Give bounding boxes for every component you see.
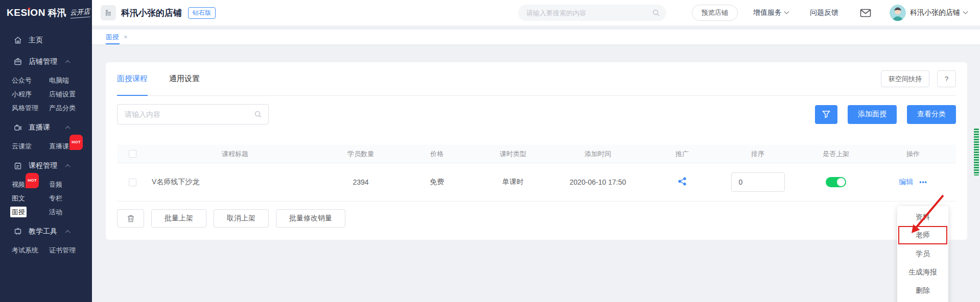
topbar: 科汛小张的店铺 钻石版 预览店铺 增值服务 问题反馈: [92, 0, 980, 26]
sidebar-item-tuwen[interactable]: 图文: [10, 191, 27, 205]
hot-badge: HOT: [69, 135, 83, 150]
sidebar: KESION 科汛 云开店 主页 店铺管理 公众号 电脑端 小程序 店铺设置 风…: [0, 0, 92, 302]
course-title-cell: V名师线下沙龙: [148, 178, 322, 187]
batch-unshelve-button[interactable]: 取消上架: [214, 209, 269, 228]
brand-logo: KESION 科汛 云开店: [0, 0, 92, 26]
table-search: [117, 104, 269, 124]
filter-button[interactable]: [815, 105, 837, 124]
sidebar-item-dianpushezhi[interactable]: 店铺设置: [48, 87, 77, 101]
context-menu-item-ziliao[interactable]: 资料: [897, 208, 948, 226]
sidebar-group-label: 教学工具: [29, 227, 57, 236]
price-cell: 免费: [399, 178, 475, 187]
account-name: 科汛小张的店铺: [910, 8, 960, 17]
sidebar-item-xiaochengxu[interactable]: 小程序: [10, 87, 33, 101]
page-title-store-name: 科汛小张的店铺: [121, 7, 182, 19]
tab-mianshou-kecheng[interactable]: 面授课程: [117, 62, 148, 95]
toolbar-buttons: 添加面授 查看分类: [815, 105, 956, 124]
sidebar-submenu-live: 云课堂 直播课 HOT: [0, 139, 92, 153]
chevron-up-icon: [65, 164, 71, 169]
scrollbar-thumb[interactable]: [974, 129, 979, 175]
app-window: KESION 科汛 云开店 主页 店铺管理 公众号 电脑端 小程序 店铺设置 风…: [0, 0, 980, 302]
search-icon[interactable]: [254, 110, 262, 118]
home-icon: [14, 36, 22, 45]
sidebar-group-tools[interactable]: 教学工具: [0, 223, 92, 240]
logo-text-cn: 科汛: [48, 7, 66, 19]
sidebar-item-kaoshixitong[interactable]: 考试系统: [10, 243, 40, 257]
more-actions-button[interactable]: •••: [919, 179, 927, 186]
logo-script-text: 云开店: [69, 7, 90, 19]
search-icon[interactable]: [652, 9, 660, 17]
edit-link[interactable]: 编辑: [899, 178, 913, 187]
column-header-promote: 推广: [644, 149, 720, 159]
space-support-button[interactable]: 获空间扶持: [881, 70, 929, 87]
sidebar-item-label: 主页: [29, 36, 43, 45]
context-menu-item-shanchu[interactable]: 删除: [897, 281, 948, 299]
sidebar-item-yunketang[interactable]: 云课堂: [10, 139, 33, 153]
panel-header-buttons: 获空间扶持 ?: [881, 70, 956, 87]
view-category-button[interactable]: 查看分类: [907, 105, 956, 124]
sidebar-item-mianshou-active[interactable]: 面授: [10, 207, 27, 217]
sidebar-item-shipin[interactable]: 视频 HOT: [10, 178, 27, 191]
sidebar-group-label: 直播课: [29, 123, 50, 132]
panel-tabs: 面授课程 通用设置: [117, 62, 200, 95]
logo-text-en: KESION: [7, 7, 45, 18]
content-area: 面授课程 通用设置 获空间扶持 ?: [92, 45, 980, 301]
context-menu-item-xueyuan[interactable]: 学员: [897, 244, 948, 263]
column-header-students: 学员数量: [322, 149, 399, 159]
batch-edit-sales-button[interactable]: 批量修改销量: [276, 209, 345, 228]
column-header-on-shelf: 是否上架: [796, 149, 876, 159]
sidebar-item-yinpin[interactable]: 音频: [48, 178, 64, 191]
batch-shelve-button[interactable]: 批量上架: [151, 209, 206, 228]
easel-icon: [14, 228, 22, 236]
batch-actions: 批量上架 取消上架 批量修改销量: [117, 209, 956, 228]
global-search: [518, 5, 666, 21]
column-header-added-time: 添加时间: [551, 149, 644, 159]
sidebar-group-live[interactable]: 直播课: [0, 119, 92, 136]
plan-badge: 钻石版: [188, 7, 216, 19]
add-course-button[interactable]: 添加面授: [848, 105, 897, 124]
sidebar-item-zhiboke[interactable]: 直播课 HOT: [48, 139, 71, 153]
sidebar-group-label: 课程管理: [29, 161, 57, 170]
sidebar-group-shop[interactable]: 店铺管理: [0, 53, 92, 70]
table-row: V名师线下沙龙 2394 免费 单课时 2020-06-10 17:50: [117, 163, 956, 202]
context-menu-item-laoshi-highlighted[interactable]: 老师: [898, 226, 947, 244]
share-icon[interactable]: [678, 177, 687, 186]
sidebar-group-course[interactable]: 课程管理: [0, 157, 92, 174]
tab-tongyong-shezhi[interactable]: 通用设置: [169, 62, 200, 95]
page-tab-bar: 面授 ×: [92, 30, 980, 45]
on-shelf-toggle[interactable]: [826, 177, 846, 187]
lesson-type-cell: 单课时: [475, 178, 551, 187]
sidebar-item-zhengshuguanli[interactable]: 证书管理: [48, 243, 77, 257]
chevron-down-icon: [963, 9, 968, 14]
global-search-input[interactable]: [526, 9, 652, 17]
sidebar-item-chanpinfenlei[interactable]: 产品分类: [48, 101, 77, 115]
row-context-menu: 资料 老师 学员 生成海报 删除: [897, 206, 948, 302]
calendar-icon: [14, 162, 22, 170]
tab-mianshou[interactable]: 面授 ×: [106, 30, 128, 44]
preview-store-button[interactable]: 预览店铺: [692, 5, 738, 21]
sidebar-item-home[interactable]: 主页: [0, 32, 92, 49]
sidebar-item-diannaoduan[interactable]: 电脑端: [48, 73, 71, 87]
header-divider: [92, 26, 980, 30]
value-added-services-menu[interactable]: 增值服务: [753, 8, 788, 17]
sidebar-item-gongzhonghao[interactable]: 公众号: [10, 73, 33, 87]
shop-icon: [14, 58, 22, 66]
column-header-sort: 排序: [720, 149, 796, 159]
mail-icon[interactable]: [860, 9, 871, 17]
column-header-price: 价格: [399, 149, 475, 159]
sidebar-item-fenggeguanli[interactable]: 风格管理: [10, 101, 40, 115]
help-button[interactable]: ?: [937, 70, 956, 87]
chevron-up-icon: [65, 60, 71, 65]
row-checkbox[interactable]: [129, 179, 136, 186]
sidebar-item-zhuanlan[interactable]: 专栏: [48, 191, 64, 205]
close-icon[interactable]: ×: [124, 33, 128, 41]
batch-delete-button[interactable]: [117, 209, 144, 228]
table-search-input[interactable]: [125, 110, 254, 118]
sidebar-item-huodong[interactable]: 活动: [48, 205, 64, 219]
sort-order-input[interactable]: [731, 172, 785, 192]
feedback-link[interactable]: 问题反馈: [810, 8, 838, 17]
account-menu[interactable]: 科汛小张的店铺: [910, 8, 967, 17]
select-all-checkbox[interactable]: [129, 150, 136, 158]
context-menu-item-shengchenghaibao[interactable]: 生成海报: [897, 263, 948, 281]
avatar[interactable]: [890, 5, 906, 21]
